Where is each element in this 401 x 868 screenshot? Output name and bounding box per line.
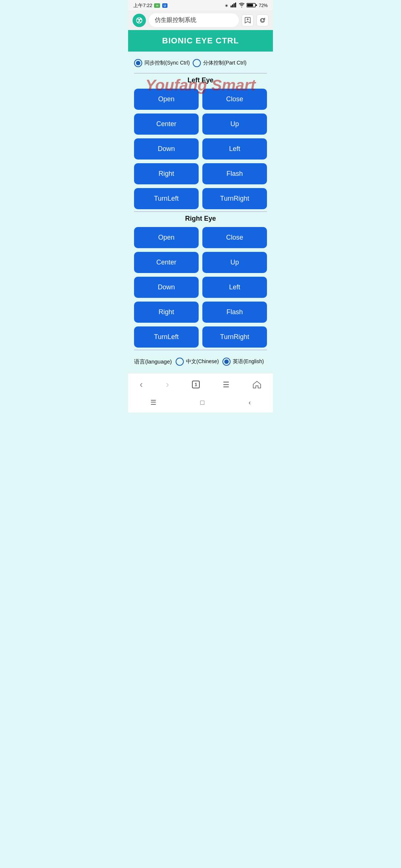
right-flash-button[interactable]: Flash xyxy=(202,302,267,323)
left-eye-section: Left Eye Youfang Smart Open Close Center… xyxy=(134,76,267,209)
right-center-button[interactable]: Center xyxy=(134,252,199,273)
svg-rect-4 xyxy=(231,6,232,7)
right-turnleft-button[interactable]: TurnLeft xyxy=(134,326,199,348)
language-label: 语言(language) xyxy=(134,358,172,365)
divider-bottom xyxy=(134,350,267,350)
status-time: 上午7:22 ✉ U xyxy=(133,2,168,9)
right-eye-buttons: Open Close Center Up Down Left Right Fla… xyxy=(134,227,267,348)
time-label: 上午7:22 xyxy=(133,2,152,9)
svg-rect-7 xyxy=(235,3,236,7)
system-nav: ☰ □ ‹ xyxy=(128,394,273,412)
u-icon: U xyxy=(162,3,168,8)
sys-menu-button[interactable]: ☰ xyxy=(143,397,164,408)
english-label: 英语(English) xyxy=(233,358,264,365)
chinese-option[interactable]: 中文(Chinese) xyxy=(176,358,219,366)
status-bar: 上午7:22 ✉ U ∗ 72% xyxy=(128,0,273,10)
part-ctrl-option[interactable]: 分体控制(Part Ctrl) xyxy=(193,59,247,67)
browser-bar: 仿生眼控制系统 xyxy=(128,10,273,30)
left-right-button[interactable]: Right xyxy=(134,163,199,184)
tab-count: 1 xyxy=(192,381,200,388)
right-left-button[interactable]: Left xyxy=(202,277,267,298)
right-down-button[interactable]: Down xyxy=(134,277,199,298)
english-option[interactable]: 英语(English) xyxy=(222,358,264,366)
nav-forward-button[interactable]: › xyxy=(160,377,174,392)
left-up-button[interactable]: Up xyxy=(202,114,267,135)
status-indicators: ∗ 72% xyxy=(225,3,268,9)
left-center-button[interactable]: Center xyxy=(134,114,199,135)
wifi-icon xyxy=(239,3,245,9)
bottom-nav: ‹ › 1 ☰ xyxy=(128,373,273,394)
right-right-button[interactable]: Right xyxy=(134,302,199,323)
nav-home-button[interactable] xyxy=(247,379,267,390)
left-left-button[interactable]: Left xyxy=(202,138,267,160)
left-open-close-row[interactable]: Open Close xyxy=(134,89,267,110)
svg-rect-10 xyxy=(247,4,253,6)
chinese-radio[interactable] xyxy=(176,358,184,366)
divider-middle xyxy=(134,211,267,212)
control-mode-row: 同步控制(Sync Ctrl) 分体控制(Part Ctrl) xyxy=(134,56,267,72)
browser-actions xyxy=(242,14,268,26)
signal-icon xyxy=(230,3,237,9)
chinese-label: 中文(Chinese) xyxy=(186,358,219,365)
left-open-button[interactable]: Open xyxy=(134,89,199,110)
left-turnleft-button[interactable]: TurnLeft xyxy=(134,188,199,209)
nav-tab-button[interactable]: 1 xyxy=(187,379,205,390)
left-down-button[interactable]: Down xyxy=(134,138,199,160)
left-eye-buttons: Open Close Center Up Down Left Right Fla… xyxy=(134,89,267,209)
left-turnright-button[interactable]: TurnRight xyxy=(202,188,267,209)
part-radio[interactable] xyxy=(193,59,201,67)
right-eye-section: Right Eye Open Close Center Up Down Left… xyxy=(134,215,267,348)
divider-top xyxy=(134,73,267,73)
main-content: 同步控制(Sync Ctrl) 分体控制(Part Ctrl) Left Eye… xyxy=(128,52,273,373)
app-header: BIONIC EYE CTRL xyxy=(128,30,273,52)
bluetooth-icon: ∗ xyxy=(225,3,228,8)
part-label: 分体控制(Part Ctrl) xyxy=(203,60,247,66)
svg-rect-6 xyxy=(234,3,235,7)
svg-rect-5 xyxy=(232,4,233,7)
url-text: 仿生眼控制系统 xyxy=(155,16,196,24)
sync-radio[interactable] xyxy=(134,59,142,67)
browser-logo xyxy=(133,14,146,27)
language-row: 语言(language) 中文(Chinese) 英语(English) xyxy=(134,353,267,369)
sync-ctrl-option[interactable]: 同步控制(Sync Ctrl) xyxy=(134,59,190,67)
bookmark-button[interactable] xyxy=(242,14,254,26)
svg-text:✉: ✉ xyxy=(156,4,159,7)
right-close-button[interactable]: Close xyxy=(202,227,267,248)
right-open-button[interactable]: Open xyxy=(134,227,199,248)
sys-back-button[interactable]: ‹ xyxy=(241,397,258,408)
nav-menu-button[interactable]: ☰ xyxy=(218,379,235,391)
battery-percent: 72% xyxy=(259,3,268,8)
app-title: BIONIC EYE CTRL xyxy=(134,36,267,46)
refresh-button[interactable] xyxy=(257,14,268,26)
right-turnright-button[interactable]: TurnRight xyxy=(202,326,267,348)
nav-back-button[interactable]: ‹ xyxy=(134,377,148,392)
left-flash-button[interactable]: Flash xyxy=(202,163,267,184)
sys-home-button[interactable]: □ xyxy=(193,397,212,408)
svg-rect-9 xyxy=(256,4,257,6)
right-eye-title: Right Eye xyxy=(134,215,267,223)
left-eye-title: Left Eye xyxy=(134,76,267,84)
svg-text:U: U xyxy=(164,4,166,7)
sync-label: 同步控制(Sync Ctrl) xyxy=(144,60,190,66)
url-bar[interactable]: 仿生眼控制系统 xyxy=(149,13,239,27)
left-close-button[interactable]: Close xyxy=(202,89,267,110)
right-up-button[interactable]: Up xyxy=(202,252,267,273)
battery-icon xyxy=(247,3,257,9)
message-icon: ✉ xyxy=(154,3,160,8)
english-radio[interactable] xyxy=(222,358,231,366)
